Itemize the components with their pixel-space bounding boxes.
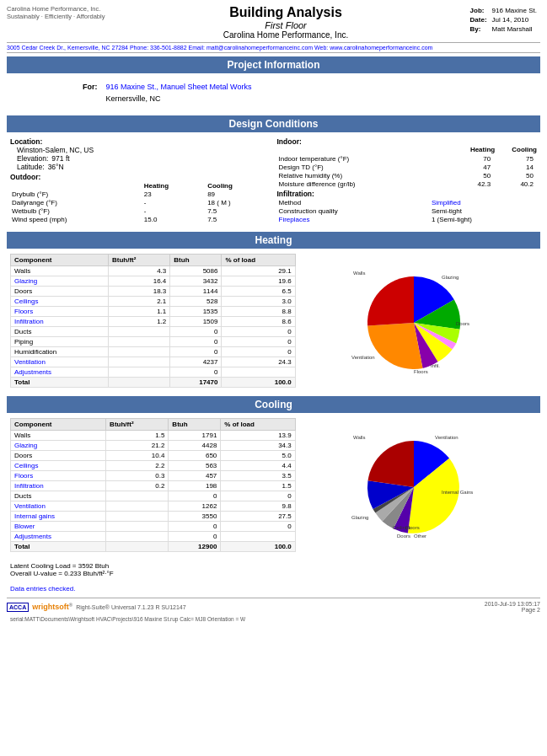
design-conditions-section: Location: Winston-Salem, NC, US Elevatio… [7, 136, 540, 225]
drybulb-heating: 23 [142, 190, 206, 198]
footer-page: Page 2 [522, 607, 540, 613]
latent-text: Latent Cooling Load = 3592 Btuh [10, 562, 537, 570]
table-row: Ceilings 2.2 563 4.4 [11, 461, 296, 471]
windspeed-heating: 15.0 [142, 215, 206, 223]
heating-header: Heating [470, 146, 495, 153]
table-row: Ventilation 1262 9.8 [11, 501, 296, 512]
table-row: Infiltration 1.2 1509 8.6 [11, 317, 296, 327]
latitude-value: 36°N [48, 163, 64, 171]
outdoor-heating-col: Heating [142, 181, 206, 190]
windspeed-cooling: 7.5 [206, 215, 270, 223]
method-value: Simplified [430, 198, 537, 206]
elevation-label: Elevation: [17, 154, 48, 163]
moisture-cooling: 40.2 [497, 180, 537, 188]
cooling-col4: % of load [221, 419, 295, 431]
table-row: Doors 18.3 1144 6.5 [11, 287, 296, 297]
c-legend-walls: Walls [353, 435, 365, 440]
rh-heating: 50 [451, 171, 498, 180]
heating-col2: Btuh/ft² [109, 255, 170, 266]
wetbulb-heating: - [142, 206, 206, 215]
cooling-col3: Btuh [169, 419, 221, 431]
heating-table-wrap: Component Btuh/ft² Btuh % of load Walls … [10, 254, 296, 388]
company-name-top: Carolina Home Performance, Inc. [7, 5, 105, 13]
table-row: Blower 0 0 [11, 522, 296, 532]
job-value: 916 Maxine St. [491, 7, 539, 14]
design-conditions-grid: Location: Winston-Salem, NC, US Elevatio… [10, 137, 537, 223]
cooling-col1: Component [11, 419, 106, 431]
table-row: Walls 1.5 1791 13.9 [11, 431, 296, 441]
header-center: Building Analysis First Floor Carolina H… [223, 5, 348, 40]
footer-timestamp: 2010-Jul-19 13:05:17 [485, 601, 540, 607]
fireplaces-label: Fireplaces [277, 215, 430, 223]
doc-subtitle: First Floor [223, 20, 348, 30]
table-row: Ventilation 4237 24.3 [11, 357, 296, 367]
footer: ACCA wrightsoft® Right-Suite® Universal … [7, 598, 540, 615]
rh-cooling: 50 [497, 171, 537, 180]
indoor-hc-header: Heating Cooling [277, 146, 538, 153]
dailyrange-label: Dailyrange (°F) [10, 198, 142, 206]
product-name: Right-Suite® Universal 7.1.23 R SU12147 [76, 604, 185, 610]
table-row: Total 17470 100.0 [11, 378, 296, 388]
legend-doors: Doors [456, 321, 469, 326]
cooling-section: Cooling Component Btuh/ft² Btuh % of loa… [7, 396, 540, 554]
table-row: Ducts 0 0 [11, 491, 296, 501]
design-conditions-header: Design Conditions [7, 115, 540, 132]
table-row: Floors 0.3 457 3.5 [11, 471, 296, 481]
contact-bar: 3005 Cedar Creek Dr., Kernersville, NC 2… [7, 42, 540, 53]
legend-infil: Infil. [431, 363, 440, 368]
page: Carolina Home Performance, Inc. Sustaina… [0, 0, 547, 756]
legend-walls: Walls [353, 271, 365, 276]
infiltration-table: Method Simplified Construction quality S… [277, 198, 538, 223]
project-info-table: For: 916 Maxine St., Manuel Sheet Metal … [13, 80, 256, 105]
heating-table: Component Btuh/ft² Btuh % of load Walls … [10, 254, 296, 388]
construction-label: Construction quality [277, 206, 430, 215]
cooling-table: Component Btuh/ft² Btuh % of load Walls … [10, 418, 296, 552]
designtd-label: Design TD (°F) [277, 163, 451, 171]
table-row: Total 12900 100.0 [11, 542, 296, 552]
table-row: Walls 4.3 5086 29.1 [11, 266, 296, 276]
doc-company: Carolina Home Performance, Inc. [223, 30, 348, 40]
project-info-header: Project Information [7, 56, 540, 73]
location-label: Location: [10, 137, 271, 146]
construction-value: Semi-tight [430, 206, 537, 215]
other-slice-h [367, 276, 414, 325]
temp-label: Indoor temperature (°F) [277, 154, 451, 163]
c-legend-glazing: Glazing [351, 515, 368, 520]
ventilation-slice [367, 323, 422, 369]
cooling-col2: Btuh/ft² [106, 419, 169, 431]
c-legend-ceilings: Ceilings [393, 525, 410, 530]
table-row: Glazing 21.2 4428 34.3 [11, 441, 296, 451]
doc-title: Building Analysis [223, 5, 348, 20]
table-row: Infiltration 0.2 198 1.5 [11, 481, 296, 491]
company-tagline: Sustainably · Efficiently · Affordably [7, 13, 105, 20]
table-row: Floors 1.1 1535 8.8 [11, 307, 296, 317]
designtd-heating: 47 [451, 163, 498, 171]
c-legend-internal: Internal Gains [442, 490, 473, 495]
heating-chart-area: Glazing Walls Doors Ventilation Floors I… [299, 254, 537, 388]
drybulb-label: Drybulb (°F) [10, 190, 142, 198]
table-row: Doors 10.4 650 5.0 [11, 451, 296, 461]
company-info-left: Carolina Home Performance, Inc. Sustaina… [7, 5, 105, 40]
overall-text: Overall U-value = 0.233 Btuh/ft²·°F [10, 570, 537, 577]
wetbulb-cooling: 7.5 [206, 206, 270, 215]
heating-col3: Btuh [170, 255, 222, 266]
dc-left: Location: Winston-Salem, NC, US Elevatio… [10, 137, 271, 223]
heating-col1: Component [11, 255, 109, 266]
legend-floors: Floors [414, 369, 428, 374]
date-label: Date: [469, 16, 489, 24]
city: Winston-Salem, NC, US [10, 146, 271, 154]
c-internal-slice [367, 440, 414, 486]
outdoor-cooling-col: Cooling [206, 181, 270, 190]
windspeed-label: Wind speed (mph) [10, 215, 142, 223]
for-label: For: [15, 82, 101, 92]
data-entries-text: Data entries checked. [10, 585, 537, 592]
for-name: 916 Maxine St., Manuel Sheet Metal Works [103, 82, 255, 92]
c-legend-doors: Doors [397, 533, 410, 539]
footer-right: 2010-Jul-19 13:05:17 Page 2 [485, 601, 540, 613]
by-label: By: [469, 25, 489, 33]
cooling-header: Cooling [7, 396, 540, 413]
dailyrange-cooling: 18 ( M ) [206, 198, 270, 206]
method-label: Method [277, 198, 430, 206]
date-value: Jul 14, 2010 [491, 16, 539, 24]
temp-cooling: 75 [497, 154, 537, 163]
